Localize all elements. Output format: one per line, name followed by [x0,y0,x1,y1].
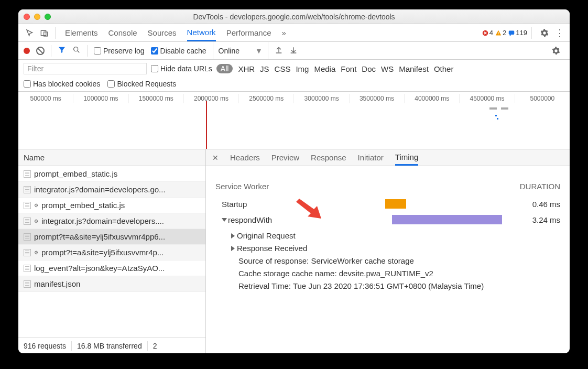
filter-type-doc[interactable]: Doc [362,64,376,73]
maximize-window-button[interactable] [45,14,51,20]
filter-type-img[interactable]: Img [296,64,309,73]
request-row[interactable]: ⚙prompt?t=a&site=ylj5ifxusvvmr4p... [18,245,205,261]
caret-down-icon [222,218,227,222]
type-filters: All XHR JS CSS Img Media Font Doc WS Man… [216,64,454,73]
filter-icon[interactable] [58,46,66,56]
preserve-log-checkbox[interactable]: Preserve log [94,47,145,55]
duration-header: DURATION [520,182,560,191]
tab-elements[interactable]: Elements [65,24,98,41]
status-badges: 4 2 119 [482,29,527,37]
timing-duration-startup: 0.46 ms [518,200,560,209]
timeline-overview[interactable]: 500000 ms 1000000 ms 1500000 ms 2000000 … [18,92,570,149]
hide-data-urls-input[interactable] [151,65,158,72]
divider [531,27,532,39]
detail-tab-initiator[interactable]: Initiator [358,149,384,166]
disable-cache-checkbox[interactable]: Disable cache [151,47,206,55]
window-title: DevTools - developers.google.com/web/too… [24,13,564,21]
request-row[interactable]: ⚙integrator.js?domain=developers.... [18,213,205,229]
timeline-marker [501,107,508,110]
settings-icon[interactable] [540,29,549,37]
request-row[interactable]: integrator.js?domain=developers.go... [18,182,205,198]
timing-section-label: Service Worker [215,182,560,191]
filter-type-ws[interactable]: WS [381,64,394,73]
original-request-label: Original Request [237,230,296,242]
hide-data-urls-checkbox[interactable]: Hide data URLs [151,64,212,73]
timeline-tick: 1000000 ms [73,94,128,103]
request-name: prompt?t=a&site=ylj5ifxusvvmr4pp6... [34,232,165,241]
close-detail-icon[interactable]: ✕ [212,154,219,162]
record-button[interactable] [24,48,30,54]
timeline-marker [495,115,497,116]
request-name: log_event?alt=json&key=AIzaSyAO... [34,264,165,273]
detail-tab-preview[interactable]: Preview [271,149,299,166]
tab-performance[interactable]: Performance [226,24,271,41]
filter-type-manifest[interactable]: Manifest [399,64,429,73]
service-worker-icon: ⚙ [34,203,38,208]
timeline-marker [489,107,497,110]
retrieval-time: Retrieval Time: Tue Jun 23 2020 17:36:51… [238,280,560,292]
devtools-window: DevTools - developers.google.com/web/too… [18,9,570,353]
preserve-log-input[interactable] [94,47,101,55]
filter-type-xhr[interactable]: XHR [238,64,255,73]
throttling-dropdown[interactable]: Online ▼ [213,42,268,59]
clear-button[interactable] [36,47,45,55]
timing-label-respondwith: respondWith [228,215,272,224]
timing-bar-respondwith [392,215,502,224]
blocked-requests-checkbox[interactable]: Blocked Requests [107,80,176,88]
filter-type-js[interactable]: JS [260,64,269,73]
detail-tab-timing[interactable]: Timing [395,149,418,166]
main-tab-bar: Elements Console Sources Network Perform… [18,24,570,42]
timeline-tick: 2000000 ms [184,94,239,103]
request-row[interactable]: ⚙prompt_embed_static.js [18,198,205,213]
tab-sources[interactable]: Sources [148,24,177,41]
detail-tab-response[interactable]: Response [311,149,346,166]
tab-overflow[interactable]: » [282,24,286,41]
error-badge[interactable]: 4 [482,29,493,37]
filter-type-other[interactable]: Other [434,64,454,73]
more-menu-icon[interactable]: ⋮ [555,27,564,39]
message-badge[interactable]: 119 [508,29,527,37]
blocked-requests-input[interactable] [107,80,115,88]
search-icon[interactable] [72,46,81,56]
device-toggle-icon[interactable] [38,27,51,39]
timing-row-startup: Startup 0.46 ms [215,196,560,212]
filter-type-all[interactable]: All [216,64,233,73]
request-row[interactable]: prompt_embed_static.js [18,166,205,182]
response-received-toggle[interactable]: Response Received [231,242,560,255]
timing-details: Original Request Response Received Sourc… [215,230,560,292]
name-column-header[interactable]: Name [18,149,205,166]
timing-row-respondwith[interactable]: respondWith 3.24 ms [215,212,560,227]
requests-pane: Name prompt_embed_static.jsintegrator.js… [18,149,206,353]
request-name: integrator.js?domain=developers.go... [34,185,166,194]
tab-network[interactable]: Network [187,24,216,41]
minimize-window-button[interactable] [34,14,40,20]
request-row[interactable]: manifest.json [18,276,205,292]
preserve-log-label: Preserve log [103,47,145,55]
has-blocked-cookies-input[interactable] [24,80,31,88]
disable-cache-input[interactable] [151,47,158,55]
filter-input[interactable] [24,63,147,74]
filter-type-font[interactable]: Font [341,64,356,73]
network-settings-icon[interactable] [552,47,560,55]
titlebar: DevTools - developers.google.com/web/too… [18,9,570,24]
filter-type-media[interactable]: Media [314,64,335,73]
download-icon[interactable] [289,46,298,56]
close-window-button[interactable] [24,14,30,20]
upload-icon[interactable] [275,46,283,56]
request-row[interactable]: prompt?t=a&site=ylj5ifxusvvmr4pp6... [18,229,205,245]
detail-tab-headers[interactable]: Headers [230,149,260,166]
timeline-tick: 500000 ms [18,94,73,103]
filter-type-css[interactable]: CSS [275,64,291,73]
timeline-marker [497,118,498,120]
original-request-toggle[interactable]: Original Request [231,230,560,242]
service-worker-icon: ⚙ [34,250,38,255]
has-blocked-cookies-checkbox[interactable]: Has blocked cookies [24,80,100,88]
request-row[interactable]: log_event?alt=json&key=AIzaSyAO... [18,261,205,276]
warning-badge[interactable]: 2 [495,29,506,37]
tab-console[interactable]: Console [108,24,137,41]
inspect-icon[interactable] [24,27,36,39]
timing-label-startup: Startup [215,200,289,209]
timeline-tick: 5000000 [515,94,570,103]
timeline-tick: 3500000 ms [350,94,405,103]
timeline-playhead [206,101,207,149]
